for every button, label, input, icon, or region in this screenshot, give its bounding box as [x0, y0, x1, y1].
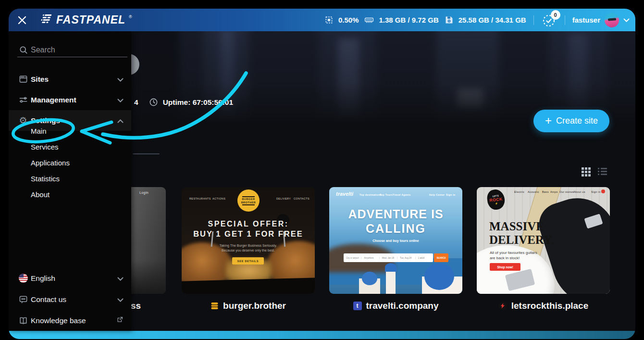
ram-icon: [364, 15, 374, 25]
letsrock-cart-badge: [601, 189, 605, 193]
avatar: [605, 13, 619, 27]
bottom-accent-strip: [9, 331, 635, 339]
fitness-login: Login: [139, 191, 149, 194]
sidebar-subitem-about[interactable]: About: [9, 187, 131, 202]
burger-nav-3: DELIVERY: [276, 197, 291, 200]
list-view-icon[interactable]: [598, 167, 607, 176]
sidebar-subitem-statistics[interactable]: Statistics: [9, 171, 131, 187]
letsrock-favicon: [498, 302, 507, 310]
divider: [565, 15, 565, 25]
us-flag-icon: [18, 274, 28, 283]
search-icon: [19, 45, 28, 55]
burger-sub-2: Because you deserve only the best.: [182, 249, 315, 252]
travelti-headline-1: ADVENTURE IS: [329, 207, 462, 221]
letsrock-sub-1: All of your favourites guitars: [490, 251, 537, 255]
travelti-dome: [424, 263, 454, 290]
site-card-label[interactable]: t travelti.company: [329, 299, 462, 313]
site-card-travelti[interactable]: travelti Top destinations Top Tours Trav…: [329, 187, 462, 294]
sidebar-item-management[interactable]: Management: [9, 89, 131, 110]
travelti-logo: travelti: [336, 191, 353, 197]
burger-nav-4: CONTACTS: [294, 197, 310, 200]
notifications-button[interactable]: 0: [541, 12, 557, 28]
travelti-nav-2: Top Tours: [380, 193, 393, 196]
travelti-search-bar: City or airport Anywhere Wed, Jan 18 Tue…: [344, 253, 433, 262]
burger-sub-1: Taking The Burger Business Seriously.: [182, 244, 315, 247]
search-input[interactable]: [31, 44, 117, 56]
sidebar-subitem-main[interactable]: Main: [9, 123, 131, 139]
chevron-down-icon: [117, 295, 124, 304]
grid-view-icon[interactable]: [582, 167, 591, 176]
letsrock-nav-1: Electric: [514, 190, 524, 193]
travelti-dome-2: [362, 272, 377, 285]
view-toggles: [582, 167, 607, 176]
fastpanel-logo-icon: [40, 13, 53, 25]
travelti-nav-3: Travel Agents: [393, 193, 411, 196]
plus-icon: +: [545, 114, 552, 127]
fastpanel-logo[interactable]: FASTPANEL ®: [40, 13, 132, 26]
letsrock-headline-1: MASSIVE: [489, 220, 544, 233]
tab-underline: [133, 153, 160, 154]
chat-icon: [18, 295, 28, 304]
site-card-label[interactable]: ss: [131, 299, 141, 313]
site-card-label[interactable]: burger.brother: [182, 299, 315, 313]
user-menu[interactable]: fastuser: [572, 13, 630, 27]
burger-headline-2: BUY 1 GET 1 FOR FREE: [182, 229, 315, 239]
chevron-down-icon: [117, 96, 124, 104]
letsrock-nav-4: Amps: [550, 190, 558, 193]
letsrock-nav-5: Our stores: [559, 190, 574, 193]
sidebar-subitem-services[interactable]: Services: [9, 139, 131, 155]
letsrock-signin: Sign in: [591, 190, 601, 193]
travelti-nav-1: Top destinations: [359, 193, 382, 196]
uptime-value: Uptime: 67:05:56:01: [163, 98, 233, 107]
search-box: [9, 43, 131, 62]
travelti-sub: Choose and buy tours online: [329, 239, 462, 242]
username: fastuser: [572, 16, 600, 24]
letsrock-badge: LET'S ROCK ⚡: [486, 189, 506, 211]
burger-favicon: [211, 302, 219, 310]
clock-icon: [149, 98, 158, 107]
sidebar-subitem-applications[interactable]: Applications: [9, 155, 131, 171]
notifications-count-badge: 0: [551, 10, 560, 20]
burger-nav-2: ACTIONS: [212, 197, 225, 200]
topbar: FASTPANEL ® 0.50% 1.38 GB / 9.72 GB 25.5…: [9, 9, 635, 31]
topbar-right: 0.50% 1.38 GB / 9.72 GB 25.58 GB / 34.31…: [324, 9, 630, 31]
travelti-tower: [386, 268, 396, 294]
burger-nav-1: RESTAURANTS: [189, 197, 211, 200]
burger-logo: BURGER BROTHER: [237, 189, 260, 212]
create-site-button[interactable]: + Create site: [533, 110, 609, 132]
disk-stat: 25.58 GB / 34.31 GB: [444, 15, 526, 25]
server-stats-row: 4 Uptime: 67:05:56:01: [134, 98, 233, 107]
management-icon: [18, 95, 28, 105]
chevron-down-icon: [117, 274, 124, 283]
letsrock-sub-2: are back in stock!: [490, 256, 520, 260]
sidebar: Sites Management ⚙ Settings Main Service…: [9, 31, 131, 331]
sidebar-item-language[interactable]: English: [9, 268, 131, 289]
sidebar-item-knowledge-base[interactable]: Knowledge base: [9, 310, 131, 331]
burger-headline-1: SPECIAL OFFER:: [182, 220, 315, 228]
sidebar-item-contact[interactable]: Contact us: [9, 289, 131, 310]
stat-partial-value: 4: [134, 98, 138, 107]
letsrock-headline-2: DELIVERY.: [489, 233, 554, 247]
site-card-letsrock[interactable]: LET'S ROCK ⚡ Electric Acoustic Bass Amps…: [477, 187, 610, 294]
search-underline: [17, 57, 127, 57]
cpu-icon: [324, 15, 334, 25]
book-icon: [18, 316, 28, 326]
letsrock-nav-2: Acoustic: [528, 190, 539, 193]
letsrock-nav-6: About us: [573, 190, 585, 193]
letsrock-nav-3: Bass: [542, 190, 549, 193]
travelti-tower-dome: [385, 263, 396, 272]
chevron-down-icon: [623, 18, 630, 22]
cpu-stat: 0.50%: [324, 15, 359, 25]
travelti-headline-2: CALLING: [329, 222, 462, 236]
disk-icon: [444, 15, 454, 25]
travelti-search-button: SEARCH: [434, 253, 448, 262]
sidebar-item-sites[interactable]: Sites: [9, 69, 131, 89]
travelti-nav-5: Sign in: [446, 193, 455, 196]
site-card-burger[interactable]: BURGER BROTHER RESTAURANTS ACTIONS DELIV…: [182, 187, 315, 294]
divider: [533, 15, 534, 25]
chevron-down-icon: [117, 75, 124, 84]
close-menu-icon[interactable]: [16, 14, 28, 26]
sites-icon: [18, 75, 28, 84]
site-card-label[interactable]: letsrockthis.place: [477, 299, 610, 313]
travelti-nav-4: Help Center: [429, 193, 445, 196]
